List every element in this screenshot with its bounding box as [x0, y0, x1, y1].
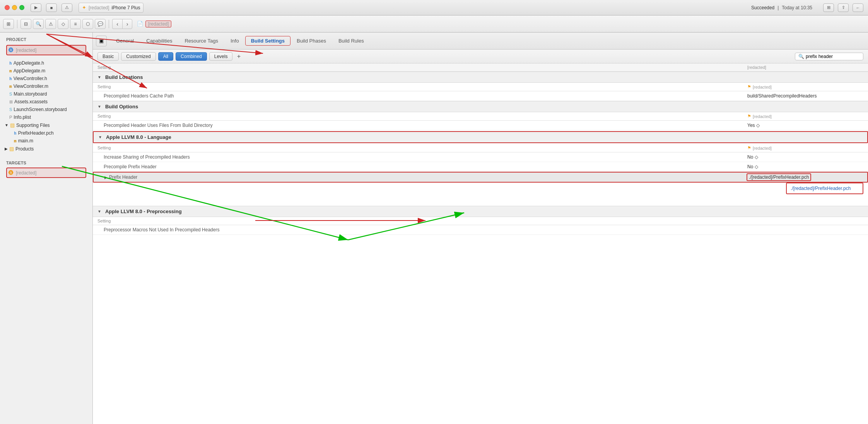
filter-all-btn[interactable]: All [158, 52, 173, 61]
row-precompile-prefix[interactable]: Precompile Prefix Header No ◇ [93, 162, 868, 172]
layout-toggle-btn[interactable]: ⊞ [3, 19, 14, 29]
sidebar-item-main-storyboard[interactable]: S Main.storyboard [0, 90, 92, 98]
sidebar-item-prefix-header[interactable]: h PrefixHeader.pch [0, 129, 92, 137]
filter-combined-btn[interactable]: Combined [176, 52, 207, 61]
target-row: 🅐 [redacted] [9, 170, 84, 176]
sidebar-item-assets[interactable]: ⊞ Assets.xcassets [0, 98, 92, 106]
tab-capabilities[interactable]: Capabilities [140, 36, 178, 46]
search-input[interactable] [806, 54, 860, 59]
sidebar-item-viewcontroller-h[interactable]: h ViewController.h [0, 75, 92, 82]
file-label: LaunchScreen.storyboard [14, 107, 67, 112]
tab-bar: ▣ General Capabilities Resource Tags Inf… [93, 32, 868, 50]
comment-btn[interactable]: 💬 [95, 19, 106, 29]
col-combined: [redacted] [747, 65, 863, 70]
setting-value: build/SharedPrecompiledHeaders [747, 93, 863, 99]
nav-forward-btn[interactable]: › [122, 19, 132, 29]
m-icon: m [9, 84, 12, 89]
nav-buttons: ‹ › [112, 19, 132, 29]
filter-levels-btn[interactable]: Levels [209, 52, 233, 61]
sidebar-item-appdelegate-h[interactable]: h AppDelegate.h [0, 59, 92, 67]
minimize-button[interactable] [12, 5, 17, 10]
setting-key: Precompiled Header Uses Files From Build… [104, 123, 747, 128]
stop-icon: ■ [50, 5, 53, 10]
main-layout: PROJECT 🅐 [redacted] h AppDelegate.h m A… [0, 32, 868, 424]
filter-customized-btn[interactable]: Customized [121, 52, 155, 61]
targets-section: TARGETS 🅐 [redacted] [0, 156, 92, 181]
project-label: PROJECT [3, 36, 89, 43]
maximize-window-btn[interactable]: ⊞ [823, 3, 834, 12]
stop-button[interactable]: ■ [46, 3, 57, 12]
warning-icon: ⚠ [65, 5, 69, 10]
h-icon: h [9, 61, 12, 66]
share-btn[interactable]: ⇪ [838, 3, 849, 12]
sidebar-item-appdelegate-m[interactable]: m AppDelegate.m [0, 67, 92, 75]
setting-col: Setting [97, 84, 747, 89]
tab-general[interactable]: General [110, 36, 140, 46]
section-llvm-preprocessing[interactable]: ▼ Apple LLVM 8.0 - Preprocessing [93, 206, 868, 217]
nav-back-btn[interactable]: ‹ [112, 19, 122, 29]
tab-build-phases[interactable]: Build Phases [290, 36, 332, 46]
section-build-options[interactable]: ▼ Build Options [93, 101, 868, 112]
scheme-name: [redacted] [89, 5, 109, 10]
row-increase-sharing[interactable]: Increase Sharing of Precompiled Headers … [93, 152, 868, 162]
structure-btn[interactable]: ⊟ [21, 19, 31, 29]
setting-value: No ◇ [747, 164, 863, 169]
chevron-right-icon: ▶ [5, 147, 8, 151]
sidebar-item-main-m[interactable]: m main.m [0, 137, 92, 145]
close-button[interactable] [5, 5, 10, 10]
tab-build-rules[interactable]: Build Rules [332, 36, 370, 46]
sidebar-item-viewcontroller-m[interactable]: m ViewController.m [0, 82, 92, 90]
tab-resource-tags[interactable]: Resource Tags [178, 36, 224, 46]
titlebar-right: Succeeded | Today at 10:35 ⊞ ⇪ ← [751, 3, 863, 12]
separator [17, 20, 17, 28]
prefix-header-expanded-value[interactable]: ./[redacted]/PrefixHeader.pch [786, 183, 863, 194]
settings-content: Setting [redacted] ▼ Build Locations Set… [93, 63, 868, 424]
sidebar: PROJECT 🅐 [redacted] h AppDelegate.h m A… [0, 32, 93, 424]
alert-btn[interactable]: ⚠ [45, 19, 56, 29]
row-prefix-header[interactable]: ▶ Prefix Header ./[redacted]/PrefixHeade… [93, 172, 868, 183]
section-llvm-language[interactable]: ▼ Apple LLVM 8.0 - Language [93, 131, 868, 143]
sidebar-item-launchscreen[interactable]: S LaunchScreen.storyboard [0, 106, 92, 113]
sidebar-item-supporting-files[interactable]: ▼ ▨ Supporting Files [0, 121, 92, 129]
project-section: PROJECT 🅐 [redacted] [0, 34, 92, 59]
filter-basic-btn[interactable]: Basic [97, 52, 119, 61]
m-icon: m [9, 68, 12, 74]
warning-button[interactable]: ⚠ [62, 3, 72, 12]
sidebar-scroll: PROJECT 🅐 [redacted] h AppDelegate.h m A… [0, 34, 92, 424]
folder-label: Products [15, 146, 34, 152]
target-item[interactable]: 🅐 [redacted] [6, 168, 86, 178]
file-label: Info.plist [14, 115, 31, 120]
sidebar-item-products[interactable]: ▶ ▨ Products [0, 145, 92, 153]
add-setting-btn[interactable]: + [235, 53, 243, 60]
section-label: Build Locations [105, 74, 143, 80]
setting-key: Increase Sharing of Precompiled Headers [104, 154, 747, 160]
list-btn[interactable]: ≡ [70, 19, 81, 29]
section-build-locations[interactable]: ▼ Build Locations [93, 72, 868, 83]
section-label: Build Options [105, 104, 138, 109]
setting-key: Preprocessor Macros Not Used In Precompi… [104, 227, 747, 233]
run-button[interactable]: ▶ [31, 3, 41, 12]
maximize-button[interactable] [19, 5, 24, 10]
tab-info[interactable]: Info [224, 36, 245, 46]
hierarchy-btn[interactable]: ⬡ [82, 19, 93, 29]
titlebar: ▶ ■ ⚠ ✦ [redacted] iPhone 7 Plus Succeed… [0, 0, 868, 15]
back-btn[interactable]: ← [853, 3, 863, 12]
tab-build-settings[interactable]: Build Settings [245, 36, 290, 46]
prefix-header-container: ▶ Prefix Header ./[redacted]/PrefixHeade… [93, 172, 868, 183]
file-label: main.m [18, 138, 33, 144]
search-box[interactable]: 🔍 [795, 53, 863, 60]
row-precompiled-header-files[interactable]: Precompiled Header Uses Files From Build… [93, 121, 868, 130]
prefix-value-alt: ./[redacted]/PrefixHeader.pch [791, 186, 859, 191]
bookmark-btn[interactable]: ◇ [58, 19, 68, 29]
sidebar-icon: ▣ [99, 38, 104, 44]
row-precompiled-headers-cache[interactable]: Precompiled Headers Cache Path build/Sha… [93, 91, 868, 101]
file-label: ViewController.m [14, 84, 48, 89]
row-preprocessor-macros[interactable]: Preprocessor Macros Not Used In Precompi… [93, 225, 868, 235]
sidebar-toggle-btn[interactable]: ▣ [96, 36, 107, 46]
search-btn[interactable]: 🔍 [33, 19, 44, 29]
sidebar-item-info-plist[interactable]: P Info.plist [0, 113, 92, 121]
xcode-icon-small: ⚑ [747, 114, 751, 119]
project-item[interactable]: 🅐 [redacted] [6, 45, 86, 55]
scheme-selector[interactable]: ✦ [redacted] iPhone 7 Plus [79, 3, 144, 13]
file-breadcrumb[interactable]: 📄 [redacted] [137, 21, 171, 27]
